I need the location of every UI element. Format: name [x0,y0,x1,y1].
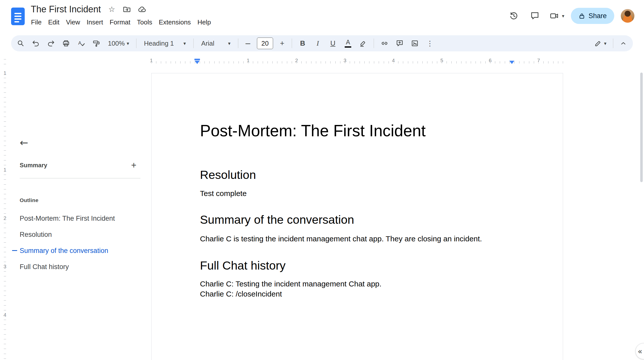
caret-down-icon: ▾ [562,14,564,18]
outline-title: Outline [20,197,38,203]
italic-button[interactable]: I [312,37,324,50]
top-bar: The First Incident ☆ File Edit View Inse… [0,0,644,34]
print-button[interactable] [60,37,72,50]
ruler-label: 4 [4,311,6,319]
svg-text:A: A [78,40,81,46]
star-icon[interactable]: ☆ [107,5,116,14]
caret-down-icon: ▾ [127,41,129,46]
increase-font-size-button[interactable]: + [277,37,287,50]
lock-icon [578,13,585,19]
redo-icon [47,40,55,47]
caret-down-icon: ▾ [604,41,606,46]
chevron-up-icon [620,40,627,47]
summary-section: Summary + [20,158,140,173]
search-icon [17,40,24,47]
ruler-label: 2 [4,214,6,223]
menu-extensions[interactable]: Extensions [156,17,194,28]
toolbar-divider [238,39,238,48]
comments-icon[interactable] [528,9,542,23]
search-menus-button[interactable] [15,37,27,50]
vertical-scrollbar-thumb[interactable] [640,73,643,182]
menu-help[interactable]: Help [194,17,214,28]
ruler-label: 1 [4,69,6,78]
decrease-font-size-button[interactable]: − [243,37,253,50]
video-call-button[interactable]: ▾ [549,9,564,23]
underline-button[interactable]: U [327,37,339,50]
outline-item[interactable]: Resolution [0,226,145,243]
doc-heading-resolution[interactable]: Resolution [200,168,514,182]
move-folder-icon[interactable] [123,5,131,14]
menu-tools[interactable]: Tools [134,17,156,28]
spellcheck-button[interactable]: A [75,37,87,50]
right-indent-marker[interactable] [509,61,514,64]
version-history-icon[interactable] [506,9,521,23]
ruler-label: 1 [245,58,251,63]
ruler-ticks [148,61,564,63]
ruler-label: 3 [4,262,6,271]
menu-file[interactable]: File [28,17,45,28]
doc-heading-summary[interactable]: Summary of the conversation [200,213,514,227]
ruler-label: 5 [438,58,445,63]
toolbar-divider [613,39,613,48]
font-select[interactable]: Arial ▾ [198,37,233,50]
text-color-button[interactable]: A [342,37,354,50]
outline-item-active[interactable]: Summary of the conversation [0,243,145,259]
print-icon [62,40,70,47]
link-icon [381,40,388,47]
video-camera-icon [549,9,560,23]
left-indent-marker[interactable] [195,61,200,64]
undo-icon [32,40,40,47]
editing-mode-select[interactable]: ▾ [592,37,609,50]
ruler-label: 4 [390,58,397,63]
menu-insert[interactable]: Insert [83,17,106,28]
doc-heading-full-chat[interactable]: Full Chat history [200,258,514,273]
redo-button[interactable] [45,37,57,50]
doc-chat-history: Charlie C: Testing the incident manageme… [200,279,514,299]
google-docs-logo-icon[interactable] [11,8,25,25]
add-comment-icon [396,40,403,47]
menu-view[interactable]: View [63,17,83,28]
zoom-value: 100% [108,40,125,47]
close-outline-button[interactable]: ← [17,135,31,150]
highlighter-icon [359,40,367,47]
paint-format-button[interactable] [90,37,102,50]
outline-items: Post-Mortem: The First Incident Resoluti… [0,210,145,275]
bold-button[interactable]: B [297,37,309,50]
doc-paragraph[interactable]: Charlie C is testing the incident manage… [200,234,514,244]
menu-bar: File Edit View Insert Format Tools Exten… [28,17,214,28]
ruler-label: 2 [293,58,300,63]
doc-paragraph[interactable]: Test complete [200,189,514,198]
menu-edit[interactable]: Edit [45,17,63,28]
doc-heading-title[interactable]: Post-Mortem: The First Incident [200,121,514,141]
highlight-color-button[interactable] [357,37,369,50]
more-options-button[interactable]: ⋮ [424,37,436,50]
paint-roller-icon [93,40,100,47]
outline-item[interactable]: Full Chat history [0,259,145,275]
add-summary-button[interactable]: + [131,161,136,170]
ruler-label: 1 [148,58,155,63]
summary-title: Summary [20,162,47,169]
zoom-select[interactable]: 100% ▾ [105,37,132,50]
doc-chat-line[interactable]: Charlie C: /closeIncident [200,289,514,299]
undo-button[interactable] [30,37,42,50]
toolbar-divider [292,39,292,48]
hide-menus-button[interactable] [617,37,629,50]
menu-format[interactable]: Format [106,17,134,28]
outline-panel: ← Summary + Outline Post-Mortem: The Fir… [0,64,148,360]
paragraph-style-select[interactable]: Heading 1 ▾ [141,37,189,50]
outline-item[interactable]: Post-Mortem: The First Incident [0,210,145,226]
document-title[interactable]: The First Incident [31,4,101,15]
cloud-saved-icon[interactable] [138,5,146,14]
share-button[interactable]: Share [571,8,614,24]
first-line-indent-marker[interactable] [194,59,200,60]
font-size-input[interactable]: 20 [257,38,273,49]
toolbar-divider [193,39,194,48]
document-page[interactable]: Post-Mortem: The First Incident Resoluti… [151,73,563,360]
share-button-label: Share [589,12,607,20]
ruler-label: 7 [535,58,542,63]
insert-image-button[interactable] [409,37,421,50]
doc-chat-line[interactable]: Charlie C: Testing the incident manageme… [200,279,514,289]
add-comment-button[interactable] [394,37,406,50]
insert-link-button[interactable] [378,37,391,50]
account-avatar[interactable] [621,9,634,23]
